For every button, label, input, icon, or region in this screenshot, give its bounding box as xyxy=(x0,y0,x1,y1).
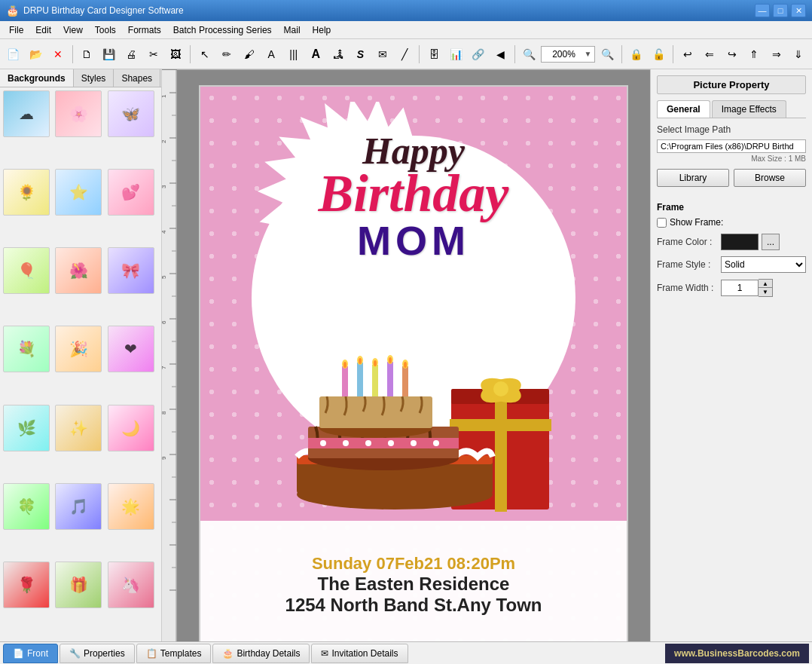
birthday-label: Birthday Details xyxy=(237,648,300,659)
undo-button[interactable]: ↩ xyxy=(677,43,698,66)
lock2-button[interactable]: 🔓 xyxy=(648,43,669,66)
browse-button[interactable]: Browse xyxy=(734,169,806,187)
picture-button[interactable]: 🖼 xyxy=(166,43,187,66)
status-tab-invitation[interactable]: ✉ Invitation Details xyxy=(311,644,408,663)
zoom-dropdown[interactable]: ▼ xyxy=(584,50,591,58)
thumbnail-14[interactable]: ✨ xyxy=(55,405,102,451)
text-button[interactable]: A xyxy=(261,43,282,66)
library-button[interactable]: Library xyxy=(657,169,729,187)
thumbnail-11[interactable]: 🎉 xyxy=(55,326,102,372)
spinner-up[interactable]: ▲ xyxy=(759,280,772,288)
align4-button[interactable]: ⇓ xyxy=(788,43,809,66)
zoom-in-button[interactable]: 🔍 xyxy=(519,43,540,66)
print-button[interactable]: 🖨 xyxy=(121,43,142,66)
thumbnail-18[interactable]: 🌟 xyxy=(108,483,154,530)
tab-shapes[interactable]: Shapes xyxy=(114,69,160,87)
path-input[interactable] xyxy=(657,139,806,153)
frame-style-select[interactable]: Solid Dashed Dotted Double xyxy=(721,256,806,273)
back-button[interactable]: ◀ xyxy=(490,43,511,66)
maximize-button[interactable]: □ xyxy=(773,4,788,17)
status-tab-templates[interactable]: 📋 Templates xyxy=(136,644,212,663)
banner-line2: The Easten Residence xyxy=(318,574,510,595)
db-button[interactable]: 🗄 xyxy=(423,43,444,66)
thumbnail-6[interactable]: 💕 xyxy=(108,169,154,216)
new-button[interactable]: 📄 xyxy=(3,43,24,66)
thumbnail-4[interactable]: 🌻 xyxy=(3,169,50,216)
status-tab-properties[interactable]: 🔧 Properties xyxy=(60,644,135,663)
thumbnail-8[interactable]: 🌺 xyxy=(55,247,102,294)
thumbnail-19[interactable]: 🌹 xyxy=(3,561,50,608)
pencil-button[interactable]: ✏ xyxy=(216,43,237,66)
status-tab-front[interactable]: 📄 Front xyxy=(3,644,58,663)
barcode-button[interactable]: ||| xyxy=(283,43,304,66)
save-button[interactable]: 💾 xyxy=(99,43,120,66)
new2-button[interactable]: 🗋 xyxy=(76,43,97,66)
frame-color-picker-button[interactable]: ... xyxy=(762,234,780,250)
birthday-card[interactable]: Happy Birthday MOM xyxy=(199,85,628,641)
thumbnail-13[interactable]: 🌿 xyxy=(3,405,50,451)
zoom-input[interactable] xyxy=(545,49,582,60)
thumbnail-17[interactable]: 🎵 xyxy=(55,483,102,530)
script-button[interactable]: S xyxy=(350,43,371,66)
toolbar-separator-5 xyxy=(621,45,622,63)
menu-batch[interactable]: Batch Processing Series xyxy=(167,22,278,38)
menu-help[interactable]: Help xyxy=(307,22,337,38)
tab-image-effects[interactable]: Image Effects xyxy=(712,100,786,118)
thumbnail-2[interactable]: 🌸 xyxy=(55,90,102,137)
align3-button[interactable]: ⇒ xyxy=(766,43,787,66)
thumbnail-20[interactable]: 🎁 xyxy=(55,561,102,608)
align1-button[interactable]: ⇐ xyxy=(699,43,720,66)
minimize-button[interactable]: — xyxy=(755,4,770,17)
thumbnail-16[interactable]: 🍀 xyxy=(3,483,50,530)
open-button[interactable]: 📂 xyxy=(26,43,47,66)
line-button[interactable]: ╱ xyxy=(395,43,416,66)
thumbnail-3[interactable]: 🦋 xyxy=(108,90,154,137)
frame-width-input[interactable] xyxy=(721,280,759,296)
close-file-button[interactable]: ✕ xyxy=(47,43,69,66)
menu-view[interactable]: View xyxy=(57,22,89,38)
lock1-button[interactable]: 🔒 xyxy=(626,43,647,66)
menu-mail[interactable]: Mail xyxy=(278,22,307,38)
thumbnail-5[interactable]: ⭐ xyxy=(55,169,102,216)
svg-rect-68 xyxy=(450,419,551,431)
thumbnail-7[interactable]: 🎈 xyxy=(3,247,50,294)
menu-edit[interactable]: Edit xyxy=(29,22,57,38)
svg-text:2: 2 xyxy=(162,139,167,143)
templates-icon: 📋 xyxy=(146,648,157,659)
thumbnail-1[interactable]: ☁ xyxy=(3,90,50,137)
toolbar-separator-2 xyxy=(190,45,191,63)
cake-svg xyxy=(270,321,557,525)
frame-style-label: Frame Style : xyxy=(657,259,721,270)
thumbnail-9[interactable]: 🎀 xyxy=(108,247,154,294)
thumbnail-10[interactable]: 💐 xyxy=(3,326,50,372)
redo-button[interactable]: ↪ xyxy=(722,43,743,66)
show-frame-checkbox[interactable] xyxy=(657,218,667,228)
tab-general[interactable]: General xyxy=(657,100,710,118)
thumbnail-21[interactable]: 🦄 xyxy=(108,561,154,608)
menu-tools[interactable]: Tools xyxy=(89,22,122,38)
menu-formats[interactable]: Formats xyxy=(122,22,167,38)
cut-button[interactable]: ✂ xyxy=(143,43,164,66)
image-button[interactable]: 🏞 xyxy=(328,43,349,66)
envelope-button[interactable]: ✉ xyxy=(372,43,393,66)
canvas-container[interactable]: Happy Birthday MOM xyxy=(177,70,650,641)
text2-button[interactable]: A xyxy=(306,43,327,66)
frame-color-swatch[interactable] xyxy=(721,234,759,250)
zoom-out-button[interactable]: 🔍 xyxy=(597,43,618,66)
close-button[interactable]: ✕ xyxy=(791,4,806,17)
thumbnail-15[interactable]: 🌙 xyxy=(108,405,154,451)
tab-styles[interactable]: Styles xyxy=(74,69,114,87)
link-button[interactable]: 🔗 xyxy=(468,43,489,66)
align2-button[interactable]: ⇑ xyxy=(743,43,765,66)
spinner-down[interactable]: ▼ xyxy=(759,288,772,296)
title-bar: 🎂 DRPU Birthday Card Designer Software —… xyxy=(0,0,812,21)
svg-rect-90 xyxy=(342,366,348,396)
thumbnail-12[interactable]: ❤ xyxy=(108,326,154,372)
svg-point-101 xyxy=(359,358,362,364)
db2-button[interactable]: 📊 xyxy=(446,43,467,66)
status-tab-birthday[interactable]: 🎂 Birthday Details xyxy=(212,644,310,663)
select-button[interactable]: ↖ xyxy=(194,43,215,66)
paint-button[interactable]: 🖌 xyxy=(239,43,260,66)
menu-file[interactable]: File xyxy=(3,22,29,38)
tab-backgrounds[interactable]: Backgrounds xyxy=(0,69,74,87)
